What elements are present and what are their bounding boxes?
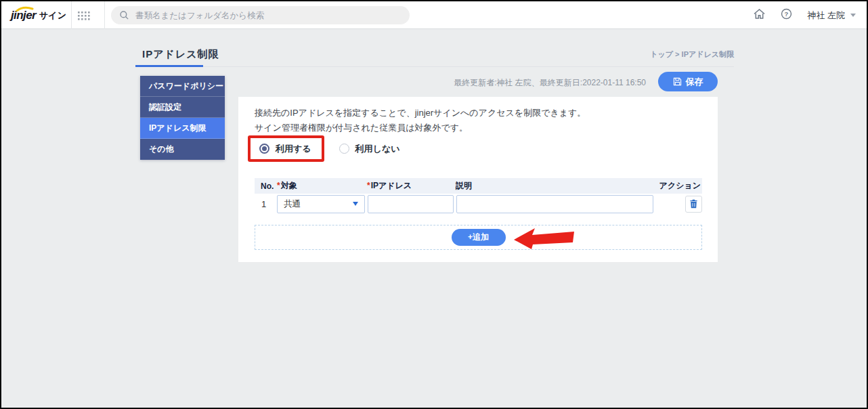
sidebar-item-password-policy[interactable]: パスワードポリシー bbox=[140, 76, 225, 97]
home-icon[interactable] bbox=[753, 8, 766, 22]
title-rule bbox=[135, 66, 734, 67]
target-select[interactable]: 共通 bbox=[277, 195, 365, 213]
target-select-value: 共通 bbox=[284, 198, 301, 210]
search-bar bbox=[111, 6, 410, 24]
content-card: 接続先のIPアドレスを指定することで、jinjerサインへのアクセスを制限できま… bbox=[238, 97, 718, 262]
col-header-no: No. bbox=[255, 181, 277, 191]
col-header-action: アクション bbox=[638, 180, 702, 192]
description-line-1: 接続先のIPアドレスを指定することで、jinjerサインへのアクセスを制限できま… bbox=[255, 106, 586, 121]
topbar-divider bbox=[71, 1, 72, 29]
radio-not-use-label: 利用しない bbox=[355, 143, 400, 155]
radio-not-use[interactable]: 利用しない bbox=[339, 143, 400, 155]
search-input[interactable] bbox=[135, 11, 402, 20]
ip-address-input[interactable] bbox=[368, 195, 454, 213]
annotation-arrow-icon bbox=[512, 227, 576, 250]
save-icon bbox=[673, 77, 682, 86]
save-button[interactable]: 保存 bbox=[658, 72, 718, 91]
sidebar-item-auth-settings[interactable]: 認証設定 bbox=[140, 97, 225, 118]
description-line-2: サイン管理者権限が付与された従業員は対象外です。 bbox=[255, 121, 586, 135]
radio-use-label: 利用する bbox=[276, 143, 311, 155]
row-number: 1 bbox=[255, 199, 277, 209]
description-input[interactable] bbox=[456, 195, 653, 213]
logo-swoosh-icon bbox=[16, 5, 34, 12]
col-header-description: 説明 bbox=[456, 180, 638, 192]
usage-radio-group: 利用する 利用しない bbox=[248, 135, 400, 162]
user-name: 神社 左院 bbox=[807, 9, 845, 22]
app-window: jinjer サイン ? bbox=[0, 0, 868, 409]
col-header-ip: *IPアドレス bbox=[367, 180, 456, 192]
logo-jinjer: jinjer bbox=[11, 9, 36, 22]
svg-text:?: ? bbox=[785, 10, 789, 18]
sidebar-item-others[interactable]: その他 bbox=[140, 139, 225, 160]
trash-icon bbox=[689, 199, 698, 209]
description-text: 接続先のIPアドレスを指定することで、jinjerサインへのアクセスを制限できま… bbox=[255, 106, 586, 135]
breadcrumb[interactable]: トップ > IPアドレス制限 bbox=[135, 49, 734, 60]
add-row-area: +追加 bbox=[255, 225, 702, 250]
sidebar-item-ip-restriction[interactable]: IPアドレス制限 bbox=[140, 118, 225, 139]
radio-use[interactable]: 利用する bbox=[259, 143, 311, 155]
col-header-target: *対象 bbox=[277, 180, 367, 192]
apps-grid-icon[interactable] bbox=[78, 11, 90, 20]
table-row: 1 共通 bbox=[255, 194, 702, 214]
annotation-highlight-box: 利用する bbox=[248, 135, 324, 162]
topbar: jinjer サイン ? bbox=[1, 1, 867, 29]
user-menu[interactable]: 神社 左院 bbox=[807, 9, 856, 22]
table-header: No. *対象 *IPアドレス 説明 アクション bbox=[255, 178, 702, 194]
title-underline bbox=[135, 65, 203, 67]
chevron-down-icon bbox=[850, 14, 856, 17]
help-icon[interactable]: ? bbox=[781, 8, 792, 22]
settings-sidebar: パスワードポリシー 認証設定 IPアドレス制限 その他 bbox=[140, 76, 225, 160]
caret-down-icon bbox=[353, 202, 358, 206]
search-icon bbox=[119, 10, 129, 20]
radio-selected-icon[interactable] bbox=[259, 144, 269, 154]
topbar-divider bbox=[104, 1, 105, 29]
logo-suffix: サイン bbox=[39, 9, 66, 22]
brand-logo[interactable]: jinjer サイン bbox=[11, 1, 66, 29]
radio-unselected-icon[interactable] bbox=[339, 144, 349, 154]
delete-row-button[interactable] bbox=[685, 196, 702, 213]
add-row-button[interactable]: +追加 bbox=[452, 229, 506, 246]
last-updated-text: 最終更新者:神社 左院、最終更新日:2022-01-11 16:50 bbox=[374, 77, 646, 89]
